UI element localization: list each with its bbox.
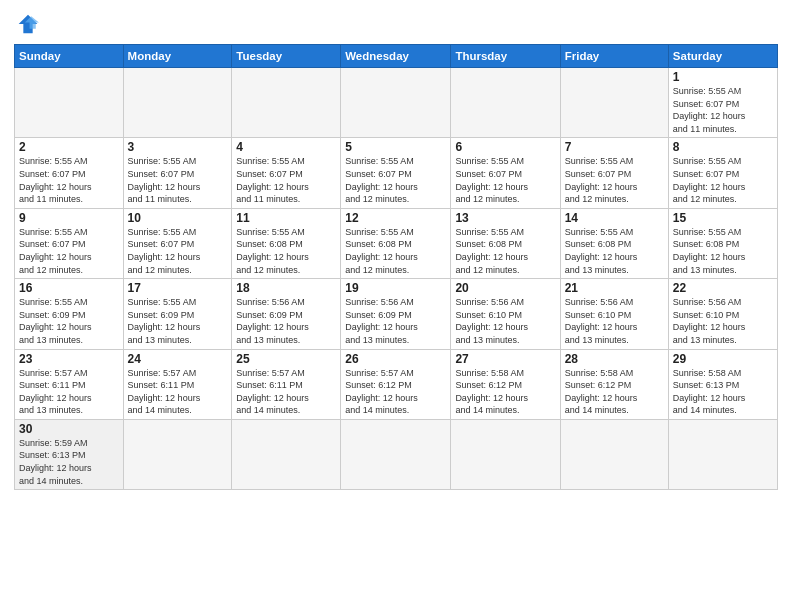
- calendar-cell: 19Sunrise: 5:56 AM Sunset: 6:09 PM Dayli…: [341, 279, 451, 349]
- day-info: Sunrise: 5:55 AM Sunset: 6:08 PM Dayligh…: [455, 226, 555, 276]
- calendar-cell: 9Sunrise: 5:55 AM Sunset: 6:07 PM Daylig…: [15, 208, 124, 278]
- calendar-cell: 3Sunrise: 5:55 AM Sunset: 6:07 PM Daylig…: [123, 138, 232, 208]
- day-number: 22: [673, 281, 773, 295]
- day-info: Sunrise: 5:55 AM Sunset: 6:08 PM Dayligh…: [345, 226, 446, 276]
- calendar-cell: 22Sunrise: 5:56 AM Sunset: 6:10 PM Dayli…: [668, 279, 777, 349]
- calendar-cell: 1Sunrise: 5:55 AM Sunset: 6:07 PM Daylig…: [668, 68, 777, 138]
- calendar-cell: 20Sunrise: 5:56 AM Sunset: 6:10 PM Dayli…: [451, 279, 560, 349]
- day-info: Sunrise: 5:58 AM Sunset: 6:12 PM Dayligh…: [455, 367, 555, 417]
- day-number: 30: [19, 422, 119, 436]
- calendar-cell: 30Sunrise: 5:59 AM Sunset: 6:13 PM Dayli…: [15, 419, 124, 489]
- day-number: 26: [345, 352, 446, 366]
- day-number: 9: [19, 211, 119, 225]
- day-number: 8: [673, 140, 773, 154]
- day-info: Sunrise: 5:55 AM Sunset: 6:08 PM Dayligh…: [236, 226, 336, 276]
- page: SundayMondayTuesdayWednesdayThursdayFrid…: [0, 0, 792, 612]
- day-number: 3: [128, 140, 228, 154]
- day-number: 23: [19, 352, 119, 366]
- day-info: Sunrise: 5:58 AM Sunset: 6:12 PM Dayligh…: [565, 367, 664, 417]
- calendar-cell: 8Sunrise: 5:55 AM Sunset: 6:07 PM Daylig…: [668, 138, 777, 208]
- weekday-header-saturday: Saturday: [668, 45, 777, 68]
- day-info: Sunrise: 5:59 AM Sunset: 6:13 PM Dayligh…: [19, 437, 119, 487]
- calendar-table: SundayMondayTuesdayWednesdayThursdayFrid…: [14, 44, 778, 490]
- day-info: Sunrise: 5:55 AM Sunset: 6:08 PM Dayligh…: [565, 226, 664, 276]
- day-number: 2: [19, 140, 119, 154]
- day-info: Sunrise: 5:55 AM Sunset: 6:07 PM Dayligh…: [673, 85, 773, 135]
- calendar-cell: 28Sunrise: 5:58 AM Sunset: 6:12 PM Dayli…: [560, 349, 668, 419]
- calendar-cell: 16Sunrise: 5:55 AM Sunset: 6:09 PM Dayli…: [15, 279, 124, 349]
- calendar-week-4: 16Sunrise: 5:55 AM Sunset: 6:09 PM Dayli…: [15, 279, 778, 349]
- day-number: 6: [455, 140, 555, 154]
- day-number: 17: [128, 281, 228, 295]
- day-info: Sunrise: 5:55 AM Sunset: 6:07 PM Dayligh…: [455, 155, 555, 205]
- day-number: 14: [565, 211, 664, 225]
- calendar-cell: [560, 419, 668, 489]
- calendar-cell: 21Sunrise: 5:56 AM Sunset: 6:10 PM Dayli…: [560, 279, 668, 349]
- calendar-cell: [123, 419, 232, 489]
- calendar-week-3: 9Sunrise: 5:55 AM Sunset: 6:07 PM Daylig…: [15, 208, 778, 278]
- day-number: 19: [345, 281, 446, 295]
- weekday-header-wednesday: Wednesday: [341, 45, 451, 68]
- day-number: 7: [565, 140, 664, 154]
- calendar-cell: 14Sunrise: 5:55 AM Sunset: 6:08 PM Dayli…: [560, 208, 668, 278]
- calendar-cell: 25Sunrise: 5:57 AM Sunset: 6:11 PM Dayli…: [232, 349, 341, 419]
- calendar-cell: 13Sunrise: 5:55 AM Sunset: 6:08 PM Dayli…: [451, 208, 560, 278]
- calendar-cell: [341, 419, 451, 489]
- day-info: Sunrise: 5:57 AM Sunset: 6:11 PM Dayligh…: [236, 367, 336, 417]
- header: [14, 10, 778, 38]
- day-info: Sunrise: 5:55 AM Sunset: 6:09 PM Dayligh…: [19, 296, 119, 346]
- calendar-week-2: 2Sunrise: 5:55 AM Sunset: 6:07 PM Daylig…: [15, 138, 778, 208]
- day-number: 21: [565, 281, 664, 295]
- weekday-header-row: SundayMondayTuesdayWednesdayThursdayFrid…: [15, 45, 778, 68]
- day-info: Sunrise: 5:57 AM Sunset: 6:11 PM Dayligh…: [19, 367, 119, 417]
- calendar-cell: 18Sunrise: 5:56 AM Sunset: 6:09 PM Dayli…: [232, 279, 341, 349]
- day-info: Sunrise: 5:58 AM Sunset: 6:13 PM Dayligh…: [673, 367, 773, 417]
- day-number: 18: [236, 281, 336, 295]
- day-number: 20: [455, 281, 555, 295]
- day-number: 12: [345, 211, 446, 225]
- calendar-cell: 10Sunrise: 5:55 AM Sunset: 6:07 PM Dayli…: [123, 208, 232, 278]
- calendar-cell: [15, 68, 124, 138]
- calendar-cell: 15Sunrise: 5:55 AM Sunset: 6:08 PM Dayli…: [668, 208, 777, 278]
- calendar-week-1: 1Sunrise: 5:55 AM Sunset: 6:07 PM Daylig…: [15, 68, 778, 138]
- day-info: Sunrise: 5:55 AM Sunset: 6:07 PM Dayligh…: [128, 155, 228, 205]
- calendar-cell: 6Sunrise: 5:55 AM Sunset: 6:07 PM Daylig…: [451, 138, 560, 208]
- day-number: 5: [345, 140, 446, 154]
- calendar-week-5: 23Sunrise: 5:57 AM Sunset: 6:11 PM Dayli…: [15, 349, 778, 419]
- day-number: 24: [128, 352, 228, 366]
- generalblue-icon: [14, 10, 42, 38]
- calendar-cell: [232, 419, 341, 489]
- weekday-header-thursday: Thursday: [451, 45, 560, 68]
- day-info: Sunrise: 5:55 AM Sunset: 6:07 PM Dayligh…: [673, 155, 773, 205]
- day-info: Sunrise: 5:57 AM Sunset: 6:12 PM Dayligh…: [345, 367, 446, 417]
- day-number: 11: [236, 211, 336, 225]
- weekday-header-tuesday: Tuesday: [232, 45, 341, 68]
- day-number: 1: [673, 70, 773, 84]
- day-info: Sunrise: 5:55 AM Sunset: 6:07 PM Dayligh…: [19, 226, 119, 276]
- day-info: Sunrise: 5:55 AM Sunset: 6:07 PM Dayligh…: [236, 155, 336, 205]
- day-info: Sunrise: 5:55 AM Sunset: 6:07 PM Dayligh…: [128, 226, 228, 276]
- weekday-header-friday: Friday: [560, 45, 668, 68]
- day-info: Sunrise: 5:55 AM Sunset: 6:07 PM Dayligh…: [19, 155, 119, 205]
- calendar-cell: [451, 68, 560, 138]
- calendar-cell: [341, 68, 451, 138]
- day-number: 10: [128, 211, 228, 225]
- calendar-cell: 26Sunrise: 5:57 AM Sunset: 6:12 PM Dayli…: [341, 349, 451, 419]
- calendar-cell: [123, 68, 232, 138]
- calendar-cell: 27Sunrise: 5:58 AM Sunset: 6:12 PM Dayli…: [451, 349, 560, 419]
- day-number: 16: [19, 281, 119, 295]
- day-info: Sunrise: 5:55 AM Sunset: 6:09 PM Dayligh…: [128, 296, 228, 346]
- calendar-cell: 12Sunrise: 5:55 AM Sunset: 6:08 PM Dayli…: [341, 208, 451, 278]
- day-number: 4: [236, 140, 336, 154]
- calendar-cell: 7Sunrise: 5:55 AM Sunset: 6:07 PM Daylig…: [560, 138, 668, 208]
- day-info: Sunrise: 5:55 AM Sunset: 6:08 PM Dayligh…: [673, 226, 773, 276]
- day-number: 27: [455, 352, 555, 366]
- day-info: Sunrise: 5:56 AM Sunset: 6:10 PM Dayligh…: [455, 296, 555, 346]
- calendar-cell: 17Sunrise: 5:55 AM Sunset: 6:09 PM Dayli…: [123, 279, 232, 349]
- day-number: 13: [455, 211, 555, 225]
- day-number: 28: [565, 352, 664, 366]
- day-number: 15: [673, 211, 773, 225]
- logo: [14, 10, 46, 38]
- calendar-cell: [232, 68, 341, 138]
- day-info: Sunrise: 5:56 AM Sunset: 6:10 PM Dayligh…: [565, 296, 664, 346]
